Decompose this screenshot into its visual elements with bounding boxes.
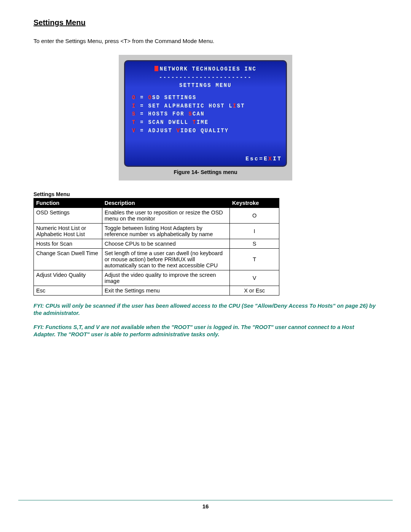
document-page: Settings Menu To enter the Settings Menu… xyxy=(0,0,411,514)
cell-keystroke: I xyxy=(230,224,279,239)
fyi-note-2: FYI: Functions S,T, and V are not availa… xyxy=(33,324,378,338)
crt-company: NETWORK TECHNOLOGIES INC xyxy=(160,66,256,72)
cursor-icon xyxy=(155,66,158,71)
cell-function: Hosts for Scan xyxy=(34,239,102,249)
cell-description: Enables the user to reposition or resize… xyxy=(102,208,229,224)
page-number: 16 xyxy=(0,503,411,510)
col-keystroke: Keystroke xyxy=(230,198,279,208)
crt-heading: SETTINGS MENU xyxy=(130,81,281,90)
crt-menu-item: I = SET ALPHABETIC HOST LIST xyxy=(132,102,281,110)
table-title: Settings Menu xyxy=(33,191,378,197)
screenshot-frame: NETWORK TECHNOLOGIES INC ---------------… xyxy=(119,55,292,181)
cell-keystroke: T xyxy=(230,249,279,270)
footer-rule xyxy=(18,500,393,500)
crt-menu-item: S = HOSTS FOR SCAN xyxy=(132,110,281,118)
cell-description: Toggle between listing Host Adapters by … xyxy=(102,224,229,239)
cell-description: Adjust the video quality to improve the … xyxy=(102,270,229,286)
table-row: Change Scan Dwell Time Set length of tim… xyxy=(34,249,279,270)
col-description: Description xyxy=(102,198,229,208)
cell-keystroke: O xyxy=(230,208,279,224)
table-row: Hosts for Scan Choose CPUs to be scanned… xyxy=(34,239,279,249)
table-row: Esc Exit the Settings menu X or Esc xyxy=(34,286,279,296)
table-row: OSD Settings Enables the user to reposit… xyxy=(34,208,279,224)
figure-caption: Figure 14- Settings menu xyxy=(124,169,287,175)
cell-keystroke: S xyxy=(230,239,279,249)
fyi-note-1: FYI: CPUs will only be scanned if the us… xyxy=(33,302,378,317)
cell-keystroke: X or Esc xyxy=(230,286,279,296)
table-header-row: Function Description Keystroke xyxy=(34,198,279,208)
section-title: Settings Menu xyxy=(33,18,378,27)
settings-table: Function Description Keystroke OSD Setti… xyxy=(33,198,279,296)
cell-function: Change Scan Dwell Time xyxy=(34,249,102,270)
crt-menu-item: T = SCAN DWELL TIME xyxy=(132,118,281,127)
crt-footer: Esc=EXIT xyxy=(245,155,282,163)
table-row: Numeric Host List or Alphabetic Host Lis… xyxy=(34,224,279,239)
figure-wrapper: NETWORK TECHNOLOGIES INC ---------------… xyxy=(33,55,378,181)
cell-description: Set length of time a user can dwell (no … xyxy=(102,249,229,270)
intro-text: To enter the Settings Menu, press <T> fr… xyxy=(33,38,378,44)
cell-description: Choose CPUs to be scanned xyxy=(102,239,229,249)
table-row: Adjust Video Quality Adjust the video qu… xyxy=(34,270,279,286)
crt-screen: NETWORK TECHNOLOGIES INC ---------------… xyxy=(124,60,287,167)
cell-function: Adjust Video Quality xyxy=(34,270,102,286)
crt-divider: ----------------------- xyxy=(130,73,281,82)
cell-function: OSD Settings xyxy=(34,208,102,224)
crt-menu-item: O = OSD SETTINGS xyxy=(132,94,281,102)
cell-keystroke: V xyxy=(230,270,279,286)
crt-menu-list: O = OSD SETTINGS I = SET ALPHABETIC HOST… xyxy=(130,94,281,135)
cell-description: Exit the Settings menu xyxy=(102,286,229,296)
cell-function: Numeric Host List or Alphabetic Host Lis… xyxy=(34,224,102,239)
crt-menu-item: V = ADJUST VIDEO QUALITY xyxy=(132,127,281,135)
cell-function: Esc xyxy=(34,286,102,296)
col-function: Function xyxy=(34,198,102,208)
